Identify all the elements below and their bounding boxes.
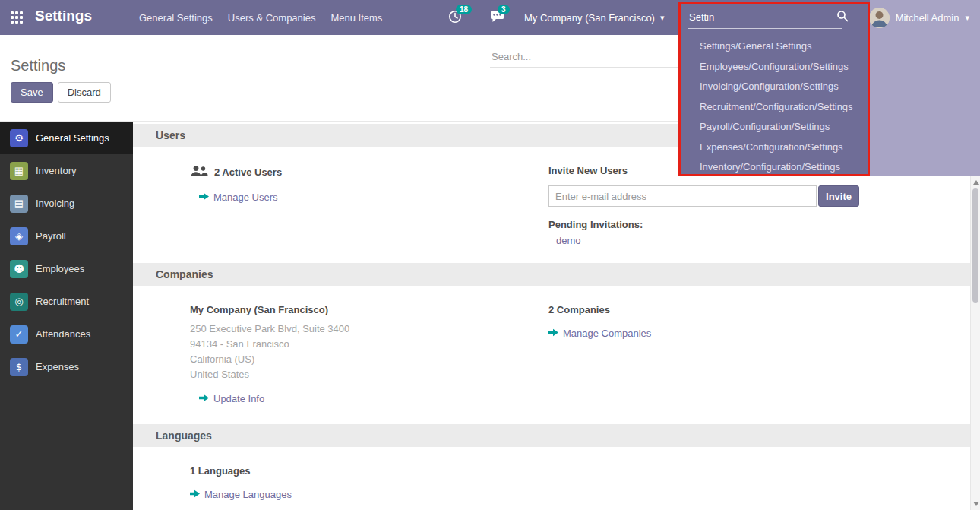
sidebar-item-general-settings[interactable]: ⚙ General Settings [0,122,133,154]
pending-invitations-label: Pending Invitations: [548,219,955,230]
invoicing-icon: ▤ [10,195,28,213]
scrollbar-thumb[interactable] [972,188,978,303]
clock-icon [448,14,462,26]
scrollbar-up-arrow[interactable] [973,180,979,185]
manage-companies-link[interactable]: Manage Companies [548,328,651,339]
sidebar-item-expenses[interactable]: $ Expenses [0,350,133,383]
sidebar-item-label: Invoicing [36,198,74,209]
sidebar-item-label: General Settings [36,132,109,144]
languages-section: 1 Languages Manage Languages [133,465,970,500]
search-result-item[interactable]: Inventory/Configuration/Settings [680,157,870,178]
activities-button[interactable]: 18 [447,9,463,26]
chat-bubble-icon [490,14,504,25]
address-line: California (US) [190,352,548,367]
page-title: Settings [11,57,65,74]
menu-menu-items[interactable]: Menu Items [330,12,382,24]
active-users-count: 2 Active Users [214,166,282,178]
menu-search-input[interactable] [688,6,842,29]
companies-count: 2 Companies [548,304,955,315]
avatar [869,8,890,28]
discard-button[interactable]: Discard [58,82,111,103]
activities-badge: 18 [456,5,472,14]
manage-languages-link[interactable]: Manage Languages [190,489,292,500]
settings-sidebar: ⚙ General Settings ▦ Inventory ▤ Invoici… [0,122,133,510]
address-line: 94134 - San Francisco [190,337,548,352]
apps-menu-button[interactable] [8,11,26,24]
sidebar-item-attendances[interactable]: ✓ Attendances [0,318,133,350]
sidebar-item-invoicing[interactable]: ▤ Invoicing [0,187,133,220]
arrow-right-icon [190,489,200,500]
employees-icon: ☻ [10,260,28,278]
section-header-languages: Languages [133,424,970,447]
action-buttons: Save Discard [11,82,111,103]
gear-icon: ⚙ [10,129,28,147]
apps-grid-icon [11,11,23,24]
sidebar-item-payroll[interactable]: ◈ Payroll [0,220,133,252]
menu-general-settings[interactable]: General Settings [139,12,213,24]
address-line: 250 Executive Park Blvd, Suite 3400 [190,322,548,337]
invite-email-input[interactable] [548,185,817,207]
sidebar-item-inventory[interactable]: ▦ Inventory [0,154,133,187]
company-address: 250 Executive Park Blvd, Suite 3400 9413… [190,322,548,382]
update-info-link[interactable]: Update Info [199,393,264,404]
sidebar-item-employees[interactable]: ☻ Employees [0,252,133,285]
languages-count: 1 Languages [190,465,548,477]
vertical-scrollbar [970,176,980,510]
messages-button[interactable]: 3 [488,9,505,26]
users-group-icon [190,165,208,179]
menu-search-results: Settings/General Settings Employees/Conf… [680,36,870,178]
company-name: My Company (San Francisco) [190,304,548,315]
section-header-companies: Companies [133,263,970,286]
address-line: United States [190,367,548,382]
sidebar-item-label: Inventory [36,165,76,176]
menu-users-companies[interactable]: Users & Companies [228,12,316,24]
payroll-icon: ◈ [10,227,28,245]
search-result-item[interactable]: Settings/General Settings [680,36,870,57]
search-result-item[interactable]: Payroll/Configuration/Settings [680,117,870,138]
pending-invitation-user[interactable]: demo [556,235,581,246]
companies-section: My Company (San Francisco) 250 Executive… [133,304,970,404]
menu-search-dropdown: Settings/General Settings Employees/Conf… [680,0,870,176]
settings-content: Users 2 Active Users Manage Users [133,122,970,510]
caret-down-icon: ▾ [660,13,665,23]
save-button[interactable]: Save [11,82,53,103]
sidebar-item-recruitment[interactable]: ◎ Recruitment [0,285,133,318]
expenses-icon: $ [10,358,28,376]
caret-down-icon: ▾ [965,13,969,23]
recruitment-icon: ◎ [10,293,28,311]
messages-badge: 3 [498,5,510,14]
search-result-item[interactable]: Expenses/Configuration/Settings [680,138,870,158]
sidebar-item-label: Payroll [36,230,66,242]
search-result-item[interactable]: Recruitment/Configuration/Settings [680,97,870,118]
arrow-right-icon [199,393,209,404]
app-title: Settings [35,8,92,24]
inventory-icon: ▦ [10,162,28,180]
invite-button[interactable]: Invite [818,185,859,207]
search-result-item[interactable]: Invoicing/Configuration/Settings [680,77,870,97]
user-menu[interactable]: Mitchell Admin ▾ [858,0,980,35]
arrow-right-icon [548,328,558,339]
sidebar-item-label: Attendances [36,328,90,340]
company-switcher-label: My Company (San Francisco) [524,12,655,24]
company-switcher[interactable]: My Company (San Francisco) ▾ [524,0,664,35]
attendances-icon: ✓ [10,325,28,344]
navbar-menus: General Settings Users & Companies Menu … [139,0,382,35]
sidebar-item-label: Employees [36,263,84,274]
manage-users-link[interactable]: Manage Users [199,192,278,203]
sidebar-item-label: Expenses [36,361,79,372]
arrow-right-icon [199,192,209,203]
sidebar-item-label: Recruitment [36,296,89,307]
user-name: Mitchell Admin [896,12,959,24]
scrollbar-down-arrow[interactable] [973,502,979,506]
search-result-item[interactable]: Employees/Configuration/Settings [680,57,870,78]
search-icon [836,10,849,24]
